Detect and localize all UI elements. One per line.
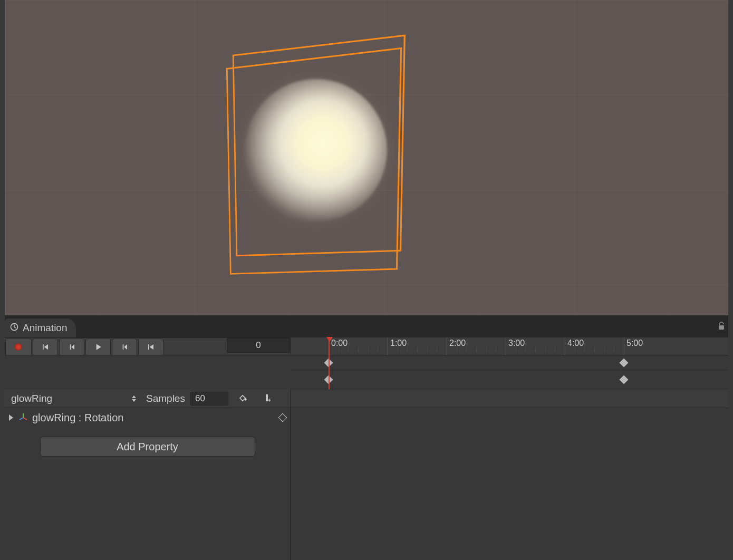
property-row-rotation[interactable]: glowRing : Rotation: [5, 408, 290, 427]
ruler-tick-minor: [486, 347, 487, 352]
record-button[interactable]: [5, 339, 32, 355]
play-button[interactable]: [85, 339, 111, 355]
ruler-tick-minor: [476, 347, 477, 352]
clip-dropdown[interactable]: glowRing: [6, 391, 142, 407]
ruler-tick-minor: [555, 347, 555, 352]
ruler-tick-minor: [466, 347, 467, 352]
add-property-label: Add Property: [117, 441, 178, 453]
ruler-label: 2:00: [449, 339, 466, 348]
scene-view[interactable]: [5, 0, 728, 315]
keyframe-diamond[interactable]: [620, 375, 629, 384]
ruler-tick-minor: [457, 347, 457, 352]
ruler-tick-minor: [575, 347, 575, 352]
foldout-icon[interactable]: [9, 414, 13, 421]
samples-label: Samples: [146, 393, 185, 404]
ruler-tick-minor: [535, 347, 536, 352]
ruler-tick-minor: [427, 347, 428, 352]
goto-start-button[interactable]: [33, 339, 58, 355]
ruler-tick-minor: [584, 347, 585, 352]
ruler-label: 0:00: [331, 339, 348, 348]
animation-panel: Animation: [5, 315, 728, 560]
transform-axis-icon: [18, 413, 28, 422]
ruler-tick-minor: [407, 347, 408, 352]
ruler-label: 1:00: [390, 339, 407, 348]
summary-track[interactable]: [291, 355, 728, 370]
tab-animation[interactable]: Animation: [5, 318, 76, 337]
svg-rect-2: [240, 395, 245, 400]
ruler-tick-minor: [358, 347, 359, 352]
add-event-button[interactable]: [258, 391, 277, 406]
ruler-tick-major: 2:00: [447, 337, 447, 355]
timeline-body[interactable]: [291, 408, 728, 560]
ruler-tick-minor: [348, 347, 349, 352]
keyframe-diamond[interactable]: [620, 358, 629, 367]
next-keyframe-button[interactable]: [112, 339, 137, 355]
lock-icon[interactable]: [718, 322, 725, 332]
updown-icon: [131, 395, 137, 402]
ruler-label: 3:00: [508, 339, 525, 348]
ruler-tick-minor: [496, 347, 496, 352]
ruler-tick-major: 5:00: [624, 337, 624, 355]
property-label: glowRing : Rotation: [32, 412, 123, 424]
ruler-tick-major: 4:00: [565, 337, 565, 355]
current-frame-field[interactable]: 0: [227, 338, 290, 353]
property-list: glowRing : Rotation Add Property: [5, 408, 291, 560]
record-icon: [15, 343, 22, 351]
samples-field[interactable]: 60: [190, 392, 228, 405]
ruler-tick-minor: [417, 347, 418, 352]
ruler-tick-minor: [525, 347, 526, 352]
ruler-tick-minor: [339, 347, 339, 352]
clip-name: glowRing: [11, 393, 52, 404]
clock-icon: [10, 322, 18, 334]
ruler-tick-minor: [594, 347, 595, 352]
selected-quad-front[interactable]: [226, 47, 402, 275]
svg-rect-3: [266, 394, 268, 401]
ruler-tick-minor: [516, 347, 516, 352]
svg-rect-1: [719, 325, 724, 330]
ruler-tick-minor: [437, 347, 437, 352]
goto-end-button[interactable]: [138, 339, 163, 355]
prev-keyframe-button[interactable]: [59, 339, 84, 355]
samples-value: 60: [195, 393, 205, 404]
ruler-tick-minor: [545, 347, 546, 352]
ruler-tick-minor: [604, 347, 605, 352]
ruler-tick-major: 3:00: [506, 337, 506, 355]
current-frame-value: 0: [256, 340, 261, 351]
add-property-button[interactable]: Add Property: [40, 437, 255, 457]
ruler-tick-minor: [614, 347, 614, 352]
playhead[interactable]: [329, 337, 330, 389]
ruler-tick-major: 1:00: [388, 337, 388, 355]
ruler-tick-minor: [398, 347, 398, 352]
ruler-label: 5:00: [626, 339, 643, 348]
ruler-tick-minor: [378, 347, 378, 352]
timeline-ruler[interactable]: 0:001:002:003:004:005:00: [291, 337, 728, 355]
tab-label: Animation: [23, 322, 67, 334]
add-keyframe-button[interactable]: [234, 391, 253, 406]
keyframe-indicator-icon[interactable]: [278, 413, 287, 422]
ruler-tick-minor: [368, 347, 369, 352]
panel-tab-bar: Animation: [5, 315, 728, 337]
property-track-rotation[interactable]: [291, 370, 728, 389]
ruler-label: 4:00: [567, 339, 584, 348]
